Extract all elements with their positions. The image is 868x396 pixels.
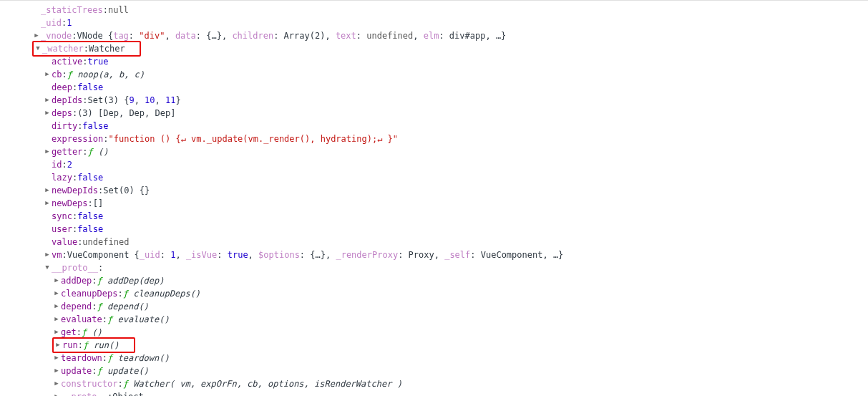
property-key: getter [52,145,82,158]
expand-arrow-icon[interactable]: ▶ [43,67,52,80]
expand-arrow-icon[interactable]: ▶ [52,390,61,396]
tree-row-value[interactable]: value: undefined [0,236,868,248]
tree-row-__proto__[interactable]: ▼__proto__: [0,261,868,274]
tree-row-expression[interactable]: expression: "function () {↵ vm._update(v… [0,132,868,145]
tree-row-sync[interactable]: sync: false [0,210,868,223]
tree-row-evaluate[interactable]: ▶evaluate: ƒ evaluate() [0,313,868,326]
property-value: VNode {tag: "div", data: {…}, children: … [77,29,507,42]
expand-arrow-icon[interactable]: ▶ [43,196,52,209]
property-key: id [52,158,62,171]
property-key: expression [52,132,103,145]
property-key: __proto__ [61,390,107,396]
property-value: false [77,223,103,236]
property-key: addDep [61,274,92,287]
separator: : [102,313,107,326]
tree-row-teardown[interactable]: ▶teardown: ƒ teardown() [0,352,868,364]
property-key: evaluate [61,313,102,326]
property-value: ƒ () [88,145,109,158]
property-key: cb [52,68,62,81]
property-value: Object [112,390,143,396]
expand-arrow-icon[interactable]: ▶ [43,183,52,196]
tree-row-addDep[interactable]: ▶addDep: ƒ addDep(dep) [0,274,868,287]
expand-arrow-icon[interactable]: ▶ [43,106,52,119]
property-value: 2 [67,158,72,171]
expand-arrow-icon[interactable]: ▶ [52,364,61,377]
tree-row-cleanupDeps[interactable]: ▶cleanupDeps: ƒ cleanupDeps() [0,287,868,300]
separator: : [92,274,97,287]
expand-arrow-icon[interactable]: ▼ [34,42,42,54]
separator: : [88,197,93,210]
expand-arrow-icon[interactable]: ▶ [52,286,61,299]
property-value: true [88,55,109,68]
expand-arrow-icon[interactable]: ▶ [43,248,52,261]
separator: : [72,223,77,236]
property-value: ƒ Watcher( vm, expOrFn, cb, options, isR… [123,377,402,390]
property-value: false [77,171,103,184]
expand-arrow-icon[interactable]: ▶ [52,351,61,364]
tree-row-id[interactable]: id: 2 [0,158,868,171]
expand-arrow-icon[interactable]: ▶ [32,29,41,42]
expand-arrow-icon[interactable]: ▶ [52,299,61,312]
property-value: VueComponent {_uid: 1, _isVue: true, $op… [67,248,564,261]
separator: : [98,184,103,197]
separator: : [72,210,77,223]
property-value: 1 [67,16,72,29]
separator: : [102,352,107,364]
property-value: false [77,210,103,223]
tree-row-active[interactable]: active: true [0,55,868,68]
property-key: vm [52,248,62,261]
tree-row-newDepIds[interactable]: ▶newDepIds: Set(0) {} [0,184,868,197]
expand-arrow-icon[interactable]: ▶ [52,274,61,286]
tree-row-deps[interactable]: ▶deps: (3) [Dep, Dep, Dep] [0,107,868,120]
property-value: Set(3) {9, 10, 11} [88,94,181,107]
tree-row-user[interactable]: user: false [0,223,868,236]
property-key: cleanupDeps [61,287,117,300]
separator: : [82,145,87,158]
tree-row-_watcher[interactable]: ▼_watcher: Watcher [0,42,868,55]
property-value: undefined [82,236,129,248]
property-key: deps [52,107,72,120]
tree-row-_uid[interactable]: _uid: 1 [0,16,868,29]
separator: : [117,287,122,300]
separator: : [77,236,82,248]
property-key: _watcher [42,42,84,55]
property-key: user [52,223,72,236]
tree-row-run[interactable]: ▶run: ƒ run() [0,339,868,352]
property-value: ƒ evaluate() [107,313,170,326]
property-key: depend [61,300,92,313]
expand-arrow-icon[interactable]: ▶ [52,312,61,325]
property-value: [] [93,197,103,210]
expand-arrow-icon[interactable]: ▶ [54,338,62,351]
console-object-tree: _staticTrees: null_uid: 1▶_vnode: VNode … [0,0,868,396]
separator: : [62,16,67,29]
expand-arrow-icon[interactable]: ▶ [43,93,52,106]
property-key: newDepIds [52,184,98,197]
tree-row-vm[interactable]: ▶vm: VueComponent {_uid: 1, _isVue: true… [0,248,868,261]
property-value: ƒ run() [83,339,120,352]
tree-row-depend[interactable]: ▶depend: ƒ depend() [0,300,868,313]
tree-row-__proto__[interactable]: ▶__proto__: Object [0,390,868,396]
property-value: false [77,81,103,94]
tree-row-cb[interactable]: ▶cb: ƒ noop(a, b, c) [0,68,868,81]
property-key: lazy [52,171,72,184]
property-key: deep [52,81,72,94]
expand-arrow-icon[interactable]: ▶ [52,325,61,338]
separator: : [72,171,77,184]
property-key: constructor [61,377,117,390]
expand-arrow-icon[interactable]: ▼ [43,261,52,274]
tree-row-deep[interactable]: deep: false [0,81,868,94]
tree-row-depIds[interactable]: ▶depIds: Set(3) {9, 10, 11} [0,94,868,107]
expand-arrow-icon[interactable]: ▶ [52,377,61,390]
tree-row-update[interactable]: ▶update: ƒ update() [0,364,868,377]
property-value: ƒ update() [97,364,149,377]
expand-arrow-icon[interactable]: ▶ [43,145,52,158]
tree-row-constructor[interactable]: ▶constructor: ƒ Watcher( vm, expOrFn, cb… [0,377,868,390]
tree-row-lazy[interactable]: lazy: false [0,171,868,184]
tree-row-getter[interactable]: ▶getter: ƒ () [0,145,868,158]
separator: : [72,81,77,94]
separator: : [78,339,83,352]
tree-row-newDeps[interactable]: ▶newDeps: [] [0,197,868,210]
tree-row-_staticTrees[interactable]: _staticTrees: null [0,4,868,16]
tree-row-dirty[interactable]: dirty: false [0,120,868,132]
separator: : [62,158,67,171]
